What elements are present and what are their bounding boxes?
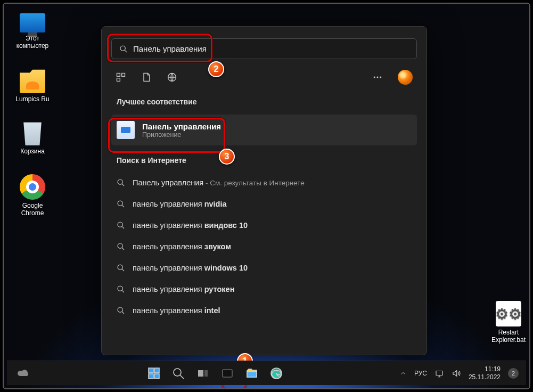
svg-rect-34 bbox=[436, 371, 442, 375]
svg-point-9 bbox=[118, 179, 122, 184]
tab-apps-icon[interactable] bbox=[116, 72, 126, 83]
search-icon bbox=[117, 200, 125, 208]
tray-clock[interactable]: 11:19 25.11.2022 bbox=[469, 365, 501, 381]
desktop-icon-chrome[interactable]: Google Chrome bbox=[11, 174, 54, 217]
svg-point-13 bbox=[118, 222, 122, 227]
taskbar-edge-button[interactable] bbox=[266, 363, 287, 384]
gears-icon: ⚙︎⚙︎ bbox=[496, 301, 521, 326]
taskbar-start-button[interactable] bbox=[143, 363, 165, 384]
desktop: Этот компьютер Lumpics Ru Корзина Google… bbox=[3, 3, 530, 389]
taskbar: РУС 11:19 25.11.2022 2 bbox=[7, 361, 526, 385]
web-result-text: панель управления windows 10 bbox=[133, 264, 248, 272]
desktop-icon-this-pc[interactable]: Этот компьютер bbox=[11, 13, 54, 50]
search-icon bbox=[117, 242, 125, 251]
control-panel-icon bbox=[117, 121, 135, 139]
tray-notification-count[interactable]: 2 bbox=[508, 368, 519, 379]
svg-line-1 bbox=[125, 50, 127, 52]
search-icon bbox=[119, 45, 128, 53]
web-result-item[interactable]: панель управления звуком bbox=[108, 236, 420, 257]
svg-point-17 bbox=[118, 265, 122, 270]
svg-point-6 bbox=[374, 77, 375, 78]
taskbar-explorer-button[interactable] bbox=[241, 363, 263, 384]
web-result-item[interactable]: панель управления intel bbox=[108, 300, 420, 321]
desktop-icon-lumpics[interactable]: Lumpics Ru bbox=[11, 68, 54, 103]
web-result-item[interactable]: Панель управления - См. результаты в Инт… bbox=[108, 172, 420, 193]
tray-date: 25.11.2022 bbox=[469, 373, 501, 381]
web-result-item[interactable]: панель управления windows 10 bbox=[108, 257, 420, 279]
svg-rect-30 bbox=[204, 370, 208, 377]
search-icon bbox=[117, 178, 125, 187]
monitor-icon bbox=[20, 13, 45, 32]
tray-language[interactable]: РУС bbox=[414, 370, 427, 377]
svg-rect-25 bbox=[149, 374, 153, 379]
desktop-icon-label: Lumpics Ru bbox=[11, 95, 54, 103]
svg-point-15 bbox=[118, 243, 122, 248]
web-result-item[interactable]: панель управления рутокен bbox=[108, 279, 420, 300]
tray-volume-icon[interactable] bbox=[452, 369, 461, 378]
search-icon bbox=[117, 285, 125, 293]
tray-time: 11:19 bbox=[469, 365, 501, 373]
svg-rect-31 bbox=[223, 370, 232, 377]
svg-line-12 bbox=[122, 205, 124, 207]
chrome-icon bbox=[20, 174, 45, 200]
user-avatar[interactable] bbox=[398, 70, 413, 85]
search-icon bbox=[117, 221, 125, 230]
svg-rect-4 bbox=[117, 78, 120, 81]
more-options-icon[interactable] bbox=[372, 72, 383, 83]
svg-line-18 bbox=[122, 269, 124, 271]
annotation-badge-3: 3 bbox=[219, 149, 235, 165]
tray-chevron-up-icon[interactable] bbox=[399, 370, 407, 377]
search-icon bbox=[117, 306, 125, 315]
web-results-list: Панель управления - См. результаты в Инт… bbox=[102, 170, 427, 323]
start-search-panel: Лучшее соответствие Панель управления Пр… bbox=[101, 26, 427, 355]
svg-point-7 bbox=[377, 77, 378, 78]
tray-network-icon[interactable] bbox=[434, 369, 444, 378]
svg-line-14 bbox=[122, 226, 124, 228]
svg-point-27 bbox=[174, 369, 181, 376]
svg-line-20 bbox=[122, 290, 124, 292]
taskbar-search-button[interactable] bbox=[168, 363, 189, 384]
svg-line-22 bbox=[122, 312, 124, 314]
desktop-icon-restart-explorer[interactable]: ⚙︎⚙︎ Restart Explorer.bat bbox=[487, 301, 530, 344]
svg-rect-32 bbox=[247, 372, 257, 377]
search-box[interactable] bbox=[111, 38, 417, 59]
svg-rect-2 bbox=[117, 74, 120, 77]
annotation-badge-2: 2 bbox=[208, 61, 224, 77]
bin-icon bbox=[20, 120, 45, 145]
svg-point-21 bbox=[118, 307, 122, 312]
tab-web-icon[interactable] bbox=[167, 72, 177, 83]
web-result-text: Панель управления - См. результаты в Инт… bbox=[133, 178, 305, 187]
best-match-result[interactable]: Панель управления Приложение bbox=[111, 115, 417, 145]
desktop-icon-label: Корзина bbox=[11, 148, 54, 155]
svg-rect-23 bbox=[149, 368, 153, 373]
svg-rect-24 bbox=[154, 368, 159, 373]
web-result-text: панель управления звуком bbox=[133, 242, 231, 251]
svg-line-16 bbox=[122, 248, 124, 250]
web-result-text: панель управления nvidia bbox=[133, 200, 227, 208]
desktop-icon-label: Этот компьютер bbox=[11, 35, 54, 50]
desktop-icon-label: Google Chrome bbox=[11, 202, 54, 217]
tab-documents-icon[interactable] bbox=[141, 72, 152, 83]
taskbar-taskview-button[interactable] bbox=[192, 363, 214, 384]
svg-line-28 bbox=[181, 375, 184, 379]
svg-rect-29 bbox=[198, 370, 203, 377]
svg-line-10 bbox=[122, 184, 124, 186]
svg-rect-3 bbox=[122, 74, 125, 77]
web-result-text: панель управления виндовс 10 bbox=[133, 221, 248, 230]
taskbar-terminal-button[interactable] bbox=[217, 363, 238, 384]
svg-point-11 bbox=[118, 201, 122, 206]
web-result-item[interactable]: панель управления nvidia bbox=[108, 193, 420, 215]
search-input[interactable] bbox=[133, 44, 409, 53]
svg-point-8 bbox=[380, 77, 381, 78]
svg-rect-26 bbox=[154, 374, 159, 379]
desktop-icon-recycle-bin[interactable]: Корзина bbox=[11, 120, 54, 155]
svg-point-0 bbox=[120, 46, 125, 51]
folder-icon bbox=[20, 68, 45, 93]
svg-point-19 bbox=[118, 286, 122, 291]
section-best-match: Лучшее соответствие bbox=[102, 92, 427, 111]
taskbar-weather-icon[interactable] bbox=[12, 363, 34, 384]
best-match-title: Панель управления bbox=[142, 122, 221, 131]
web-result-item[interactable]: панель управления виндовс 10 bbox=[108, 215, 420, 236]
search-tabs bbox=[102, 67, 427, 92]
search-icon bbox=[117, 264, 125, 272]
